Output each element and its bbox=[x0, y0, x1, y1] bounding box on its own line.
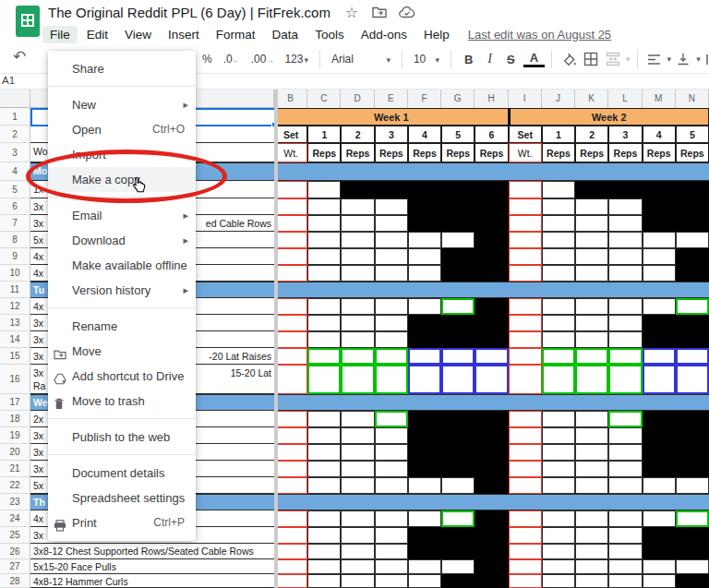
grid-cell[interactable]: 2 bbox=[341, 126, 374, 143]
grid-cell[interactable] bbox=[643, 248, 676, 265]
grid-cell[interactable] bbox=[575, 461, 608, 477]
column-header-L[interactable]: L bbox=[608, 90, 642, 109]
grid-cell[interactable] bbox=[475, 348, 508, 365]
grid-cell[interactable] bbox=[575, 198, 608, 215]
grid-cell[interactable] bbox=[375, 461, 408, 477]
menu-format[interactable]: Format bbox=[209, 26, 263, 43]
grid-cell[interactable] bbox=[274, 461, 307, 477]
grid-cell[interactable] bbox=[307, 444, 341, 461]
column-header-M[interactable]: M bbox=[643, 90, 676, 109]
grid-cell[interactable] bbox=[509, 365, 542, 394]
file-menu-item-email[interactable]: Email▸ bbox=[48, 203, 196, 228]
grid-cell[interactable] bbox=[575, 232, 608, 248]
text-color-button[interactable]: A bbox=[523, 51, 545, 67]
grid-cell[interactable] bbox=[608, 198, 642, 215]
row-header-28[interactable]: 28 bbox=[0, 574, 30, 588]
file-menu-item-move[interactable]: Move bbox=[48, 339, 196, 364]
grid-cell[interactable] bbox=[307, 232, 341, 248]
grid-cell[interactable] bbox=[475, 427, 508, 444]
grid-cell[interactable] bbox=[608, 574, 642, 588]
grid-cell[interactable] bbox=[676, 477, 709, 494]
grid-cell[interactable] bbox=[575, 411, 608, 427]
grid-cell[interactable] bbox=[341, 181, 374, 198]
grid-cell[interactable] bbox=[441, 444, 475, 461]
grid-cell[interactable] bbox=[608, 365, 642, 394]
grid-cell[interactable] bbox=[307, 510, 341, 527]
grid-cell[interactable] bbox=[475, 574, 508, 588]
grid-cell[interactable]: Reps bbox=[307, 143, 341, 162]
grid-cell[interactable] bbox=[643, 477, 676, 494]
grid-cell[interactable] bbox=[542, 427, 575, 444]
grid-cell[interactable] bbox=[408, 365, 441, 394]
grid-cell[interactable] bbox=[274, 427, 307, 444]
grid-cell[interactable] bbox=[542, 510, 575, 527]
grid-cell[interactable] bbox=[475, 477, 508, 494]
grid-cell[interactable] bbox=[408, 248, 441, 265]
select-all-corner[interactable] bbox=[0, 90, 30, 108]
row-header-9[interactable]: 9 bbox=[0, 248, 30, 265]
grid-cell[interactable] bbox=[575, 215, 608, 232]
column-header-D[interactable]: D bbox=[341, 90, 374, 109]
grid-cell[interactable] bbox=[408, 331, 441, 348]
grid-cell[interactable] bbox=[676, 461, 709, 477]
grid-cell[interactable] bbox=[643, 427, 676, 444]
grid-cell[interactable]: Reps bbox=[475, 143, 508, 162]
grid-cell[interactable] bbox=[475, 265, 508, 282]
grid-cell[interactable] bbox=[475, 315, 508, 331]
grid-cell[interactable] bbox=[542, 444, 575, 461]
number-format-button[interactable]: 123▾ bbox=[280, 53, 313, 66]
grid-cell[interactable] bbox=[341, 444, 374, 461]
grid-cell[interactable] bbox=[408, 544, 441, 559]
grid-cell[interactable] bbox=[542, 298, 575, 315]
grid-cell[interactable] bbox=[542, 181, 575, 198]
grid-cell[interactable] bbox=[643, 265, 676, 282]
undo-icon[interactable]: ↶ bbox=[13, 47, 26, 66]
grid-cell[interactable] bbox=[307, 559, 341, 574]
grid-cell[interactable] bbox=[475, 331, 508, 348]
grid-cell[interactable]: 3 bbox=[608, 126, 642, 143]
grid-cell[interactable] bbox=[441, 248, 475, 265]
grid-cell[interactable] bbox=[643, 298, 676, 315]
column-header-F[interactable]: F bbox=[408, 90, 441, 109]
grid-cell[interactable] bbox=[408, 198, 441, 215]
grid-cell[interactable] bbox=[307, 348, 341, 365]
grid-cell[interactable] bbox=[408, 215, 441, 232]
grid-cell[interactable] bbox=[676, 198, 709, 215]
grid-cell[interactable] bbox=[341, 365, 374, 394]
grid-cell[interactable] bbox=[575, 477, 608, 494]
grid-cell[interactable] bbox=[643, 559, 676, 574]
grid-cell[interactable] bbox=[608, 348, 642, 365]
merge-cells-icon[interactable] bbox=[603, 49, 623, 69]
grid-cell[interactable] bbox=[509, 315, 542, 331]
grid-cell[interactable] bbox=[307, 198, 341, 215]
grid-cell[interactable] bbox=[375, 348, 408, 365]
grid-cell[interactable] bbox=[341, 331, 374, 348]
grid-cell[interactable] bbox=[676, 574, 709, 588]
grid-cell[interactable] bbox=[608, 427, 642, 444]
grid-cell[interactable] bbox=[341, 510, 374, 527]
decrease-decimal-button[interactable]: .0← bbox=[219, 53, 245, 66]
grid-cell[interactable]: Reps bbox=[575, 143, 608, 162]
grid-cell[interactable] bbox=[542, 248, 575, 265]
grid-cell[interactable] bbox=[307, 265, 341, 282]
grid-cell[interactable] bbox=[643, 411, 676, 427]
file-menu-item-publish-to-the-web[interactable]: Publish to the web bbox=[48, 425, 196, 450]
grid-cell[interactable] bbox=[475, 298, 508, 315]
grid-cell[interactable] bbox=[341, 298, 374, 315]
grid-cell[interactable] bbox=[375, 232, 408, 248]
grid-cell[interactable] bbox=[475, 411, 508, 427]
star-icon[interactable]: ☆ bbox=[343, 4, 360, 20]
grid-cell[interactable] bbox=[643, 315, 676, 331]
grid-cell[interactable] bbox=[509, 181, 542, 198]
grid-cell[interactable] bbox=[274, 198, 307, 215]
grid-cell[interactable] bbox=[643, 444, 676, 461]
grid-cell[interactable] bbox=[575, 348, 608, 365]
grid-cell[interactable] bbox=[441, 315, 475, 331]
grid-cell[interactable] bbox=[475, 232, 508, 248]
row-header-16[interactable]: 16 bbox=[0, 365, 30, 394]
row-header-26[interactable]: 26 bbox=[0, 544, 30, 559]
move-to-folder-icon[interactable] bbox=[371, 4, 388, 20]
file-menu-item-move-to-trash[interactable]: Move to trash bbox=[48, 389, 196, 414]
column-header-C[interactable]: C bbox=[307, 90, 341, 109]
grid-cell[interactable] bbox=[475, 461, 508, 477]
